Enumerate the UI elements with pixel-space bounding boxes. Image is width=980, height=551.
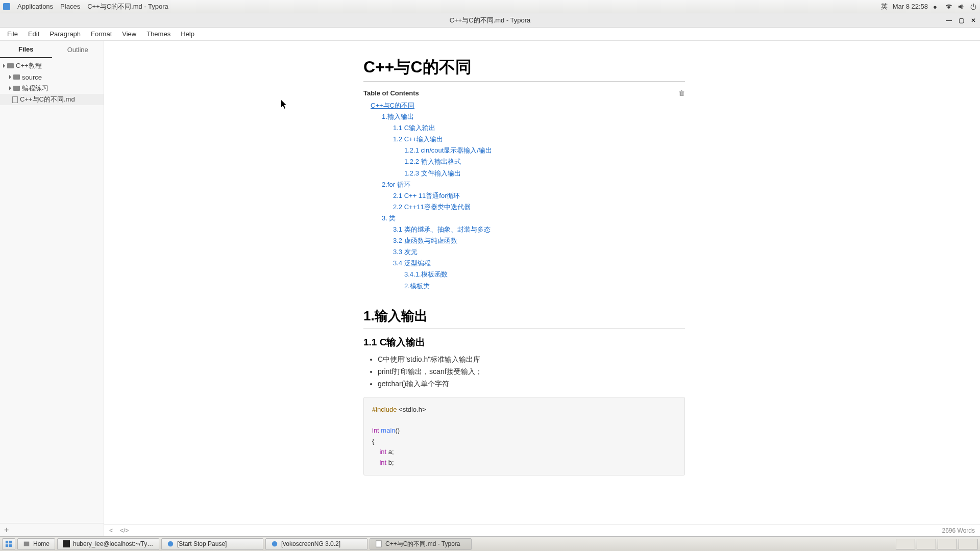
tree-label: C++与C的不同.md [20, 95, 75, 104]
toc-link[interactable]: 2.2 C++11容器类中迭代器 [393, 202, 685, 213]
menu-file[interactable]: File [3, 29, 22, 39]
desktop-taskbar: Home hubery_lee@localhost:~/Typora-linu.… [0, 536, 980, 551]
ime-indicator[interactable]: 英 [881, 2, 888, 11]
tree-folder[interactable]: 编程练习 [0, 83, 104, 94]
close-button[interactable]: ✕ [969, 16, 978, 25]
menu-help[interactable]: Help [177, 29, 199, 39]
new-file-button[interactable]: + [4, 525, 9, 535]
system-top-panel: Applications Places C++与C的不同.md - Typora… [0, 0, 980, 13]
toc-link[interactable]: 3.3 友元 [393, 246, 685, 258]
back-icon[interactable]: < [109, 527, 113, 534]
tree-folder[interactable]: source [0, 71, 104, 83]
taskbar-voko-controls[interactable]: [Start Stop Pause] [161, 538, 263, 550]
menu-bar: File Edit Paragraph Format View Themes H… [0, 28, 980, 41]
tab-outline[interactable]: Outline [52, 41, 104, 58]
svg-rect-1 [9, 541, 12, 543]
svg-rect-3 [9, 544, 12, 547]
list-item[interactable]: C中使用"stdio.h"标准输入输出库 [378, 355, 685, 364]
bullet-list[interactable]: C中使用"stdio.h"标准输入输出库printf打印输出，scanf接受输入… [378, 355, 685, 389]
toc-link[interactable]: 1.2 C++输入输出 [393, 134, 685, 145]
doc-h2[interactable]: 1.输入输出 [363, 307, 685, 329]
record-icon[interactable]: ● [933, 3, 940, 10]
toc-link[interactable]: 3.2 虚函数与纯虚函数 [393, 235, 685, 246]
toc-link[interactable]: 2.1 C++ 11普通for循环 [393, 190, 685, 202]
folder-icon [7, 63, 14, 68]
tree-folder[interactable]: C++教程 [0, 60, 104, 71]
window-title-panel: C++与C的不同.md - Typora [87, 2, 168, 11]
sidebar: Files Outline C++教程 source 编程练习 C++与C的不同… [0, 41, 104, 536]
minimize-button[interactable]: — [944, 16, 953, 25]
places-menu[interactable]: Places [60, 3, 80, 10]
menu-view[interactable]: View [118, 29, 140, 39]
taskbar-voko-main[interactable]: [vokoscreenNG 3.0.2] [265, 538, 368, 550]
doc-h3[interactable]: 1.1 C输入输出 [363, 336, 685, 349]
maximize-button[interactable]: ▢ [957, 16, 966, 25]
caret-icon [3, 64, 5, 68]
table-of-contents: C++与C的不同1.输入输出1.1 C输入输出1.2 C++输入输出1.2.1 … [363, 100, 685, 292]
activities-icon[interactable] [3, 3, 10, 10]
toc-link[interactable]: 1.输入输出 [382, 111, 685, 122]
toc-link[interactable]: 1.2.3 文件输入输出 [404, 168, 685, 179]
toc-link[interactable]: 3.4 泛型编程 [393, 258, 685, 269]
toc-link[interactable]: 3.4.1.模板函数 [404, 269, 685, 280]
menu-format[interactable]: Format [87, 29, 116, 39]
show-desktop-button[interactable] [2, 538, 15, 550]
taskbar-typora[interactable]: C++与C的不同.md - Typora [370, 538, 472, 550]
tree-label: C++教程 [16, 61, 42, 70]
toc-link[interactable]: C++与C的不同 [371, 100, 685, 111]
volume-icon[interactable] [958, 3, 965, 10]
file-tree: C++教程 source 编程练习 C++与C的不同.md [0, 58, 104, 523]
folder-icon [13, 86, 20, 91]
caret-icon [9, 86, 11, 90]
list-item[interactable]: printf打印输出，scanf接受输入； [378, 367, 685, 377]
word-count[interactable]: 2696 Words [942, 527, 975, 534]
source-mode-icon[interactable]: </> [120, 527, 129, 534]
taskbar-tray[interactable] [896, 539, 978, 549]
toc-delete-icon[interactable]: 🗑 [678, 89, 685, 97]
applications-menu[interactable]: Applications [17, 3, 53, 10]
status-bar: < </> 2696 Words [104, 524, 980, 536]
toc-link[interactable]: 1.1 C输入输出 [393, 122, 685, 134]
file-icon [12, 96, 18, 103]
sidebar-footer: + [0, 523, 104, 536]
window-title: C++与C的不同.md - Typora [450, 16, 531, 25]
toc-link[interactable]: 2.模板类 [404, 281, 685, 292]
code-block[interactable]: #include <stdio.h> int main() { int a; i… [363, 397, 685, 476]
toc-header: Table of Contents [363, 89, 419, 97]
folder-icon [13, 74, 20, 80]
toc-link[interactable]: 1.2.2 输入输出格式 [404, 156, 685, 167]
editor-area[interactable]: C++与C的不同 Table of Contents 🗑 C++与C的不同1.输… [104, 41, 980, 536]
typora-window: C++与C的不同.md - Typora — ▢ ✕ File Edit Par… [0, 13, 980, 536]
clock[interactable]: Mar 8 22:58 [893, 3, 928, 10]
tab-files[interactable]: Files [0, 41, 52, 58]
toc-link[interactable]: 3.1 类的继承、抽象、封装与多态 [393, 224, 685, 235]
svg-rect-7 [376, 541, 382, 547]
toc-link[interactable]: 3. 类 [382, 213, 685, 224]
toc-link[interactable]: 2.for 循环 [382, 179, 685, 190]
menu-themes[interactable]: Themes [142, 29, 175, 39]
taskbar-terminal[interactable]: hubery_lee@localhost:~/Typora-linu... [57, 538, 159, 550]
tree-file-active[interactable]: C++与C的不同.md [0, 94, 104, 105]
doc-h1[interactable]: C++与C的不同 [363, 56, 685, 82]
svg-rect-4 [63, 540, 70, 547]
toc-link[interactable]: 1.2.1 cin/cout显示器输入/输出 [404, 145, 685, 156]
menu-edit[interactable]: Edit [24, 29, 43, 39]
svg-rect-2 [6, 544, 8, 547]
window-titlebar[interactable]: C++与C的不同.md - Typora — ▢ ✕ [0, 13, 980, 28]
power-icon[interactable] [970, 3, 977, 10]
list-item[interactable]: getchar()输入单个字符 [378, 380, 685, 389]
svg-point-6 [272, 541, 278, 547]
taskbar-home[interactable]: Home [17, 538, 55, 550]
caret-icon [9, 75, 11, 79]
svg-rect-0 [6, 541, 8, 543]
tree-label: 编程练习 [22, 84, 48, 93]
tree-label: source [22, 73, 42, 81]
network-icon[interactable] [945, 3, 952, 10]
svg-point-5 [168, 541, 174, 547]
menu-paragraph[interactable]: Paragraph [45, 29, 85, 39]
